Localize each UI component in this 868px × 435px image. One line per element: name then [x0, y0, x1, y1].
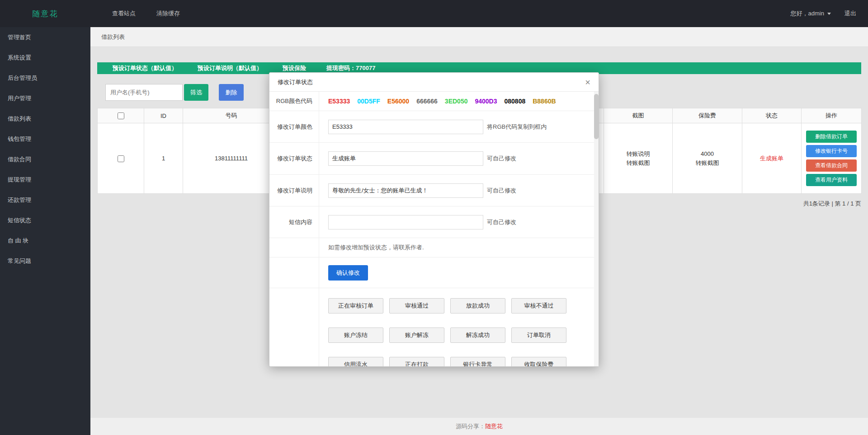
sidebar: 管理首页 系统设置 后台管理员 用户管理 借款列表 钱包管理 借款合同 提现管理…: [0, 27, 90, 435]
order-status-input[interactable]: [328, 151, 483, 166]
sms-content-input[interactable]: [328, 215, 483, 229]
view-contract-button[interactable]: 查看借款合同: [806, 159, 857, 172]
footer-brand-link[interactable]: 随意花: [485, 423, 503, 430]
footer: 源码分享：随意花: [90, 418, 868, 435]
preset-collect-insurance-button[interactable]: 收取保险费: [511, 357, 566, 366]
delete-button[interactable]: 删除: [219, 84, 244, 101]
preset-reviewing-button[interactable]: 正在审核订单: [328, 298, 383, 313]
rgb-code: E53333: [328, 98, 350, 105]
filter-button[interactable]: 筛选: [184, 84, 208, 101]
order-status-label: 修改订单状态: [269, 143, 319, 174]
nav-view-site[interactable]: 查看站点: [112, 9, 136, 18]
modal-scrollbar-track: [594, 92, 599, 366]
rgb-code: 3ED050: [445, 98, 468, 105]
rgb-codes-label: RGB颜色代码: [269, 92, 319, 111]
preset-bank-card-error-button[interactable]: 银行卡异常: [450, 357, 505, 366]
transfer-desc-link[interactable]: 转账说明: [604, 150, 672, 159]
row-checkbox[interactable]: [118, 155, 124, 162]
edit-bank-card-button[interactable]: 修改银行卡号: [806, 145, 857, 157]
edit-order-status-modal: 修改订单状态 × RGB颜色代码 E53333 00D5FF E56000 66…: [269, 72, 599, 367]
cell-screenshot: 转账说明 转账截图: [604, 123, 673, 194]
sidebar-item-wallet[interactable]: 钱包管理: [0, 129, 90, 149]
topbar-nav: 查看站点 清除缓存: [112, 9, 180, 18]
modal-note: 如需修改增加预设状态，请联系作者.: [328, 243, 424, 252]
presets-row: 正在审核订单 审核通过 放款成功 审核不通过 账户冻结 账户解冻 解冻成功 订单…: [269, 288, 594, 366]
insurance-amount: 4000: [673, 150, 742, 159]
search-input[interactable]: [105, 84, 183, 101]
transfer-screenshot-link[interactable]: 转账截图: [604, 159, 672, 168]
order-desc-label: 修改订单说明: [269, 175, 319, 206]
rgb-code: 080808: [505, 98, 526, 105]
sidebar-item-faq[interactable]: 常见问题: [0, 251, 90, 271]
breadcrumb: 借款列表: [90, 27, 868, 47]
confirm-edit-button[interactable]: 确认修改: [328, 265, 368, 281]
order-desc-input[interactable]: [328, 183, 483, 198]
user-menu[interactable]: 您好，admin: [791, 9, 831, 18]
order-desc-row: 修改订单说明 可自己修改: [269, 175, 594, 206]
order-color-row: 修改订单颜色 将RGB代码复制到框内: [269, 111, 594, 143]
sidebar-item-admins[interactable]: 后台管理员: [0, 68, 90, 88]
logout-button[interactable]: 退出: [844, 9, 856, 18]
rgb-code: 9400D3: [475, 98, 497, 105]
topbar: 随意花 查看站点 清除缓存 您好，admin 退出: [0, 0, 868, 27]
brand-logo: 随意花: [0, 9, 90, 19]
preset-account-unfreeze-button[interactable]: 账户解冻: [389, 327, 444, 343]
sidebar-item-settings[interactable]: 系统设置: [0, 47, 90, 68]
header-screenshot: 截图: [604, 108, 673, 123]
preset-order-status-link[interactable]: 预设订单状态（默认值）: [113, 64, 177, 72]
cell-status: 生成账单: [742, 123, 802, 194]
preset-credit-flow-button[interactable]: 信用流水: [328, 357, 383, 366]
cell-phone: 13811111111: [183, 123, 280, 194]
sidebar-item-users[interactable]: 用户管理: [0, 88, 90, 108]
preset-unfreeze-success-button[interactable]: 解冻成功: [450, 327, 505, 343]
nav-clear-cache[interactable]: 清除缓存: [156, 9, 180, 18]
cell-insurance: 4000 转账截图: [673, 123, 742, 194]
header-phone: 号码: [183, 108, 280, 123]
modal-title: 修改订单状态: [278, 79, 313, 85]
header-insurance: 保险费: [673, 108, 742, 123]
sidebar-item-home[interactable]: 管理首页: [0, 27, 90, 47]
view-user-profile-button[interactable]: 查看用户资料: [806, 174, 857, 186]
withdraw-password: 提现密码：770077: [326, 64, 375, 72]
note-row: 如需修改增加预设状态，请联系作者.: [269, 238, 594, 257]
insurance-screenshot-link[interactable]: 转账截图: [673, 159, 742, 168]
select-all-checkbox[interactable]: [118, 112, 124, 119]
chevron-down-icon: [827, 13, 831, 15]
modal-scrollbar-thumb[interactable]: [594, 94, 599, 139]
order-color-hint: 将RGB代码复制到框内: [487, 123, 547, 131]
order-color-input[interactable]: [328, 120, 483, 134]
header-actions: 操作: [802, 108, 862, 123]
user-greeting: 您好，admin: [791, 9, 824, 18]
order-color-label: 修改订单颜色: [269, 111, 319, 142]
order-desc-hint: 可自己修改: [487, 187, 516, 195]
close-icon[interactable]: ×: [582, 73, 593, 92]
header-status: 状态: [742, 108, 802, 123]
pagination: 共1条记录 | 第 1 / 1 页: [803, 200, 861, 208]
preset-insurance-link[interactable]: 预设保险: [283, 64, 306, 72]
modal-body: RGB颜色代码 E53333 00D5FF E56000 666666 3ED0…: [269, 92, 599, 366]
sidebar-item-withdraw[interactable]: 提现管理: [0, 169, 90, 190]
preset-loan-success-button[interactable]: 放款成功: [450, 298, 505, 313]
rgb-code: 666666: [416, 98, 438, 105]
cell-id: 1: [144, 123, 183, 194]
preset-order-desc-link[interactable]: 预设订单说明（默认值）: [198, 64, 262, 72]
modal-header: 修改订单状态 ×: [269, 73, 599, 92]
sms-content-row: 短信内容 可自己修改: [269, 206, 594, 238]
confirm-row: 确认修改: [269, 257, 594, 288]
header-id: ID: [144, 108, 183, 123]
sidebar-item-sms[interactable]: 短信状态: [0, 210, 90, 230]
order-status-hint: 可自己修改: [487, 154, 516, 163]
preset-order-cancel-button[interactable]: 订单取消: [511, 327, 566, 343]
rgb-codes-row: RGB颜色代码 E53333 00D5FF E56000 666666 3ED0…: [269, 92, 594, 111]
footer-prefix: 源码分享：: [456, 423, 485, 430]
sidebar-item-repayment[interactable]: 还款管理: [0, 190, 90, 210]
sidebar-item-freeblock[interactable]: 自 由 块: [0, 230, 90, 251]
preset-approved-button[interactable]: 审核通过: [389, 298, 444, 313]
sidebar-item-contracts[interactable]: 借款合同: [0, 149, 90, 169]
sidebar-item-loans[interactable]: 借款列表: [0, 108, 90, 129]
order-status-row: 修改订单状态 可自己修改: [269, 143, 594, 175]
preset-rejected-button[interactable]: 审核不通过: [511, 298, 566, 313]
delete-loan-order-button[interactable]: 删除借款订单: [806, 131, 857, 143]
preset-account-frozen-button[interactable]: 账户冻结: [328, 327, 383, 343]
preset-paying-button[interactable]: 正在打款: [389, 357, 444, 366]
